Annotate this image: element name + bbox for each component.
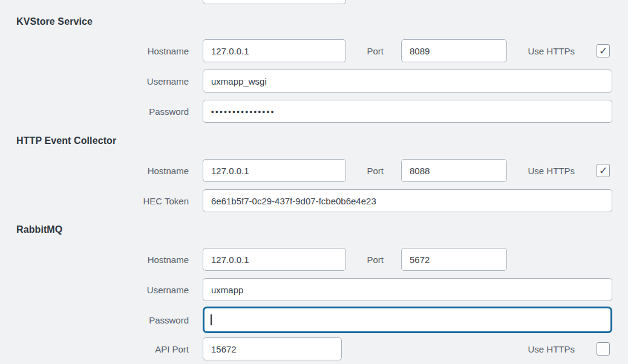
rabbitmq-use-https-group: Use HTTPs bbox=[528, 342, 610, 356]
hec-use-https-group: Use HTTPs ✓ bbox=[528, 164, 610, 177]
hec-hostname-input[interactable] bbox=[203, 159, 346, 182]
rabbitmq-hostname-label: Hostname bbox=[0, 255, 189, 265]
rabbitmq-password-row: Password bbox=[0, 307, 628, 333]
kvstore-port-input[interactable] bbox=[401, 39, 507, 62]
rabbitmq-username-label: Username bbox=[0, 285, 189, 295]
hec-port-label: Port bbox=[346, 166, 401, 176]
rabbitmq-use-https-checkbox[interactable] bbox=[597, 342, 610, 356]
checkmark-icon: ✓ bbox=[599, 164, 607, 177]
kvstore-hostname-input[interactable] bbox=[203, 39, 346, 62]
kvstore-username-label: Username bbox=[0, 76, 189, 86]
rabbitmq-use-https-label: Use HTTPs bbox=[528, 344, 575, 354]
section-title-rabbitmq: RabbitMQ bbox=[16, 224, 62, 235]
kvstore-username-row: Username bbox=[0, 70, 628, 93]
kvstore-port-label: Port bbox=[346, 46, 401, 56]
hec-token-input[interactable] bbox=[203, 189, 612, 212]
rabbitmq-api-port-input[interactable] bbox=[203, 337, 342, 360]
rabbitmq-port-label: Port bbox=[346, 255, 401, 265]
kvstore-password-row: Password bbox=[0, 100, 628, 123]
previous-field-input[interactable] bbox=[203, 0, 346, 4]
hec-token-label: HEC Token bbox=[0, 196, 189, 206]
kvstore-password-input[interactable] bbox=[203, 100, 612, 123]
hec-use-https-checkbox[interactable]: ✓ bbox=[597, 164, 610, 177]
hec-use-https-label: Use HTTPs bbox=[528, 166, 575, 176]
rabbitmq-password-label: Password bbox=[0, 315, 189, 325]
rabbitmq-password-input[interactable] bbox=[203, 307, 612, 333]
checkmark-icon: ✓ bbox=[599, 45, 607, 57]
kvstore-use-https-group: Use HTTPs ✓ bbox=[528, 44, 610, 57]
hec-port-input[interactable] bbox=[401, 159, 507, 182]
kvstore-use-https-label: Use HTTPs bbox=[528, 46, 575, 56]
kvstore-username-input[interactable] bbox=[203, 70, 612, 93]
rabbitmq-api-port-label: API Port bbox=[0, 344, 189, 354]
rabbitmq-username-input[interactable] bbox=[203, 278, 612, 301]
hec-token-row: HEC Token bbox=[0, 189, 628, 212]
settings-form-page: KVStore Service Hostname Port Use HTTPs … bbox=[0, 0, 628, 364]
kvstore-password-label: Password bbox=[0, 106, 189, 117]
rabbitmq-hostname-input[interactable] bbox=[203, 248, 346, 271]
section-title-http-event-collector: HTTP Event Collector bbox=[16, 135, 116, 146]
kvstore-hostname-row: Hostname Port Use HTTPs ✓ bbox=[0, 39, 628, 62]
text-caret bbox=[211, 314, 212, 325]
rabbitmq-hostname-row: Hostname Port bbox=[0, 248, 628, 271]
hec-hostname-label: Hostname bbox=[0, 166, 189, 176]
rabbitmq-api-port-row: API Port Use HTTPs bbox=[0, 337, 628, 360]
kvstore-hostname-label: Hostname bbox=[0, 46, 189, 56]
rabbitmq-port-input[interactable] bbox=[401, 248, 507, 271]
kvstore-use-https-checkbox[interactable]: ✓ bbox=[597, 44, 610, 57]
section-title-kvstore-service: KVStore Service bbox=[16, 16, 93, 27]
rabbitmq-username-row: Username bbox=[0, 278, 628, 301]
hec-hostname-row: Hostname Port Use HTTPs ✓ bbox=[0, 159, 628, 182]
